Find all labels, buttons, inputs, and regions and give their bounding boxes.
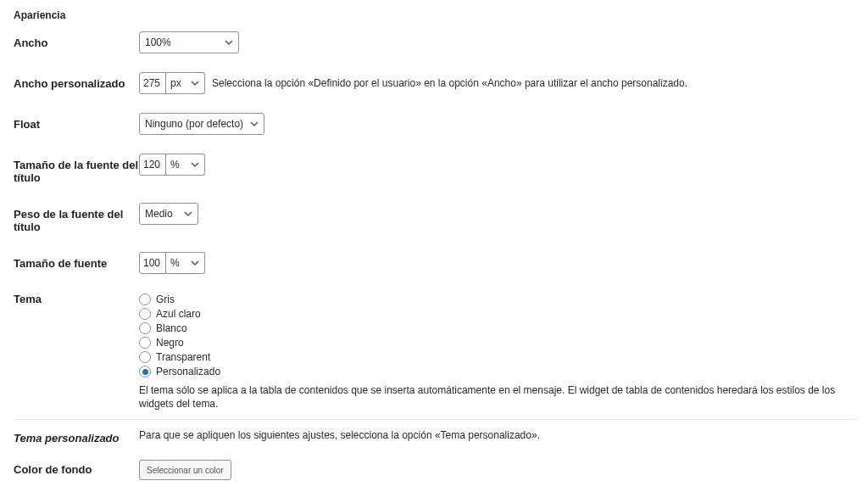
radio-icon: [139, 366, 151, 377]
theme-option-transparent[interactable]: Transparent: [139, 350, 858, 364]
radio-icon: [139, 351, 151, 363]
radio-icon: [139, 308, 151, 320]
font-size-label: Tamaño de fuente: [14, 252, 139, 270]
theme-description: El tema sólo se aplica a la tabla de con…: [139, 383, 858, 411]
custom-width-label: Ancho personalizado: [14, 72, 139, 90]
radio-label: Azul claro: [156, 307, 201, 321]
title-font-size-unit-value: %: [170, 159, 180, 171]
font-size-unit-select[interactable]: %: [166, 252, 205, 274]
float-label: Float: [14, 113, 139, 131]
radio-label: Transparent: [156, 350, 210, 364]
appearance-panel: Apariencia Ancho 100% Ancho personalizad…: [0, 0, 868, 492]
radio-label: Personalizado: [156, 365, 220, 378]
title-font-weight-value: Medio: [145, 208, 173, 220]
title-font-weight-select[interactable]: Medio: [139, 203, 198, 225]
bg-color-picker[interactable]: Seleccionar un color: [139, 460, 231, 480]
title-font-size-input[interactable]: 120: [139, 154, 166, 176]
chevron-down-icon: [191, 160, 199, 169]
chevron-down-icon: [250, 120, 259, 128]
radio-icon: [139, 294, 151, 305]
select-color-button[interactable]: Seleccionar un color: [139, 460, 231, 480]
custom-theme-section: Tema personalizado Para que se apliquen …: [14, 419, 858, 492]
title-font-size-group: 120 %: [139, 154, 205, 176]
title-font-size-unit-select[interactable]: %: [166, 154, 205, 176]
chevron-down-icon: [225, 38, 233, 47]
row-theme: Tema Gris Azul claro Blanco Negro Transp…: [14, 293, 858, 411]
custom-width-input[interactable]: 275: [139, 72, 166, 94]
float-select[interactable]: Ninguno (por defecto): [139, 113, 264, 135]
row-custom-width: Ancho personalizado 275 px Selecciona la…: [14, 72, 858, 94]
radio-label: Blanco: [156, 321, 187, 335]
row-bg-color: Color de fondo Seleccionar un color: [14, 460, 858, 480]
font-size-input[interactable]: 100: [139, 252, 166, 274]
theme-option-personalizado[interactable]: Personalizado: [139, 365, 858, 378]
theme-option-gris[interactable]: Gris: [139, 293, 858, 306]
row-font-size: Tamaño de fuente 100 %: [14, 252, 858, 274]
custom-theme-title: Tema personalizado: [14, 432, 139, 444]
theme-option-blanco[interactable]: Blanco: [139, 321, 858, 335]
section-title: Apariencia: [14, 4, 858, 21]
chevron-down-icon: [191, 79, 199, 87]
row-float: Float Ninguno (por defecto): [14, 113, 858, 135]
custom-theme-hint: Para que se apliquen los siguientes ajus…: [139, 429, 540, 441]
bg-color-label: Color de fondo: [14, 460, 139, 476]
theme-radio-list: Gris Azul claro Blanco Negro Transparent…: [139, 293, 858, 378]
width-select[interactable]: 100%: [139, 31, 239, 53]
theme-option-azul-claro[interactable]: Azul claro: [139, 307, 858, 321]
row-title-font-weight: Peso de la fuente del título Medio: [14, 203, 858, 233]
radio-label: Negro: [156, 336, 184, 349]
row-width: Ancho 100%: [14, 31, 858, 53]
custom-width-hint: Selecciona la opción «Definido por el us…: [212, 72, 687, 94]
width-label: Ancho: [14, 31, 139, 49]
theme-option-negro[interactable]: Negro: [139, 336, 858, 349]
title-font-weight-label: Peso de la fuente del título: [14, 203, 139, 233]
chevron-down-icon: [191, 259, 199, 267]
title-font-size-label: Tamaño de la fuente del título: [14, 154, 139, 184]
chevron-down-icon: [184, 210, 192, 218]
width-select-value: 100%: [145, 36, 171, 48]
font-size-group: 100 %: [139, 252, 205, 274]
custom-width-unit-select[interactable]: px: [166, 72, 205, 94]
font-size-unit-value: %: [170, 257, 180, 269]
radio-icon: [139, 322, 151, 334]
float-select-value: Ninguno (por defecto): [145, 118, 243, 130]
row-title-font-size: Tamaño de la fuente del título 120 %: [14, 154, 858, 184]
custom-width-group: 275 px: [139, 72, 205, 94]
radio-icon: [139, 337, 151, 349]
theme-label: Tema: [14, 293, 139, 305]
custom-width-unit-value: px: [170, 77, 181, 89]
radio-label: Gris: [156, 293, 175, 306]
